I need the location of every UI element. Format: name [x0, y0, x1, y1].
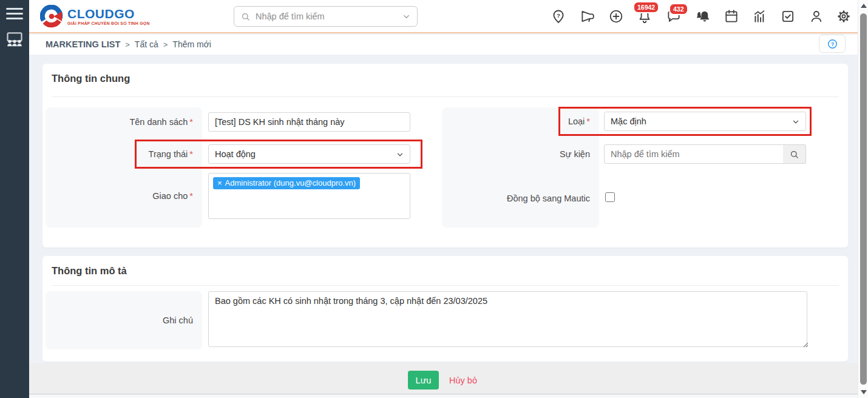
- alerts-badge: 16942: [633, 1, 659, 13]
- quick-create-icon[interactable]: [608, 8, 624, 24]
- crm-module-icon[interactable]: [5, 30, 24, 49]
- breadcrumb: MARKETING LIST > Tất cả > Thêm mới: [46, 39, 211, 49]
- scroll-up-arrow[interactable]: [861, 4, 867, 8]
- type-select[interactable]: Mặc định: [604, 112, 806, 131]
- divider: [52, 285, 839, 286]
- description-card: Thông tin mô tả Ghi chú Bao gồm các KH c…: [42, 256, 848, 362]
- field-label-mautic: Đồng bộ sang Mautic: [461, 194, 590, 203]
- note-textarea[interactable]: Bao gồm các KH có sinh nhật trong tháng …: [208, 291, 807, 347]
- chevron-down-icon: [396, 150, 404, 159]
- event-search-input[interactable]: [604, 144, 784, 164]
- save-button[interactable]: Lưu: [408, 371, 439, 390]
- status-select[interactable]: Hoạt động: [208, 144, 410, 164]
- calendar-icon[interactable]: [724, 8, 739, 24]
- remove-tag-icon[interactable]: ×: [217, 178, 222, 187]
- chevron-down-icon[interactable]: [402, 12, 411, 21]
- cancel-button[interactable]: Hủy bỏ: [449, 371, 477, 390]
- field-label-assigned: Giao cho*: [61, 191, 193, 201]
- global-search-placeholder: Nhập để tìm kiếm: [256, 12, 402, 21]
- tasks-icon[interactable]: [780, 8, 796, 24]
- analytics-icon[interactable]: [752, 8, 768, 24]
- global-search-input[interactable]: Nhập để tìm kiếm: [234, 6, 418, 27]
- breadcrumb-module[interactable]: MARKETING LIST: [46, 39, 120, 49]
- cloudgo-logo[interactable]: CLOUDGO GIẢI PHÁP CHUYỂN ĐỔI SỐ TINH GỌN: [40, 5, 150, 28]
- chevron-down-icon: [792, 118, 800, 126]
- field-label-list-name: Tên danh sách*: [61, 117, 193, 127]
- search-icon: [240, 12, 251, 22]
- section-title-general: Thông tin chung: [52, 73, 130, 84]
- scroll-down-arrow[interactable]: [861, 390, 867, 394]
- logo-text: CLOUDGO: [67, 7, 150, 20]
- cloudgo-logo-icon: [40, 5, 63, 28]
- svg-text:?: ?: [557, 12, 560, 19]
- notifications-bells-icon[interactable]: [695, 8, 711, 24]
- app-window: CLOUDGO GIẢI PHÁP CHUYỂN ĐỔI SỐ TINH GỌN…: [0, 0, 868, 398]
- field-label-type: Loại*: [461, 116, 590, 126]
- search-icon: [789, 149, 799, 160]
- sidebar: [0, 0, 29, 398]
- breadcrumb-item-new[interactable]: Thêm mới: [172, 39, 211, 49]
- footer-bottom-strip: [29, 395, 858, 398]
- footer-action-bar: Lưu Hủy bỏ: [29, 363, 858, 394]
- help-button[interactable]: ?: [819, 35, 846, 53]
- breadcrumb-separator: >: [163, 40, 168, 49]
- field-label-event: Sự kiện: [461, 149, 590, 159]
- general-info-card: Thông tin chung Tên danh sách* Trạng thá…: [42, 64, 848, 248]
- assigned-tag-label: Administrator (dung.vu@cloudpro.vn): [225, 178, 356, 187]
- logo-tagline: GIẢI PHÁP CHUYỂN ĐỔI SỐ TINH GỌN: [67, 21, 150, 25]
- field-label-status: Trạng thái*: [61, 149, 193, 159]
- messages-badge: 432: [669, 3, 688, 15]
- breadcrumb-bar: MARKETING LIST > Tất cả > Thêm mới ?: [29, 35, 858, 55]
- help-icon: ?: [827, 38, 838, 50]
- divider: [52, 96, 839, 97]
- svg-text:?: ?: [830, 41, 834, 47]
- hamburger-menu-icon[interactable]: [6, 8, 23, 21]
- breadcrumb-separator: >: [125, 40, 130, 49]
- event-search-button[interactable]: [783, 144, 806, 164]
- mautic-sync-checkbox[interactable]: [605, 192, 615, 202]
- settings-gear-icon[interactable]: [836, 8, 852, 24]
- list-name-input[interactable]: [208, 112, 410, 132]
- announcement-icon[interactable]: [580, 8, 595, 24]
- breadcrumb-item-all[interactable]: Tất cả: [135, 39, 158, 49]
- assigned-to-multiselect[interactable]: × Administrator (dung.vu@cloudpro.vn): [208, 173, 410, 219]
- section-title-description: Thông tin mô tả: [52, 265, 127, 277]
- user-profile-icon[interactable]: [809, 8, 824, 24]
- scrollbar-thumb[interactable]: [860, 13, 867, 385]
- location-help-icon[interactable]: ?: [551, 8, 566, 24]
- assigned-tag: × Administrator (dung.vu@cloudpro.vn): [213, 177, 360, 189]
- vertical-scrollbar: [858, 0, 868, 398]
- field-label-note: Ghi chú: [61, 315, 193, 325]
